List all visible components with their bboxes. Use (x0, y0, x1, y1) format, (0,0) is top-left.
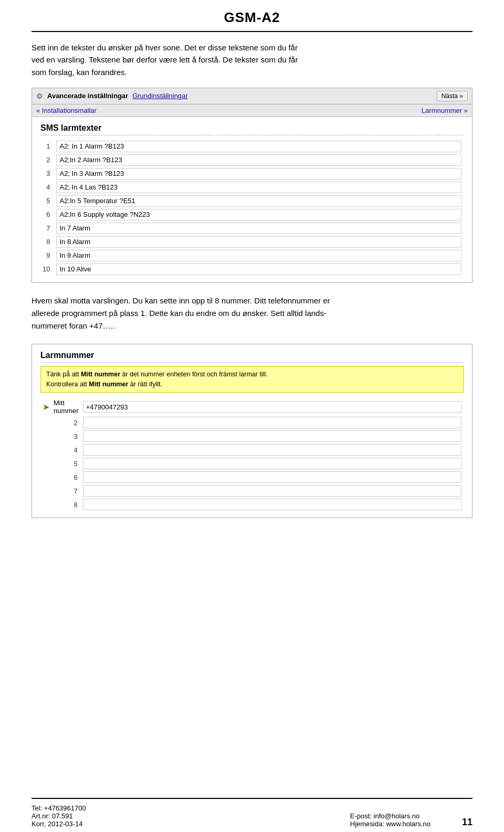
larm-table: ➤ Mitt nummer 2 (40, 398, 464, 511)
footer-right-text: E-post: info@holars.no Hjemesida: www.ho… (350, 812, 430, 828)
sms-row-num: 3 (40, 167, 54, 181)
footer-art: Art.nr: 07.591 (32, 812, 86, 820)
sms-row-num: 1 (40, 140, 54, 153)
sms-row: 7 (40, 222, 464, 235)
footer-hjemesida: Hjemesida: www.holars.no (350, 820, 430, 828)
sms-input-3[interactable] (56, 168, 461, 180)
larm-input-8[interactable] (83, 499, 461, 510)
sms-row-input-cell (54, 194, 464, 208)
larm-input-7[interactable] (83, 485, 461, 497)
sms-row-input-cell (54, 153, 464, 167)
browser-nav2: « Installationsmallar Larmnummer » (32, 104, 472, 117)
footer-tel: Tel: +4763961700 (32, 804, 86, 812)
sms-row-input-cell (54, 222, 464, 235)
warning-line2-pre: Kontrollera att (46, 381, 89, 388)
nav-link-grundinstallningar[interactable]: Grundinställningar (132, 92, 188, 100)
larm-input-3[interactable] (83, 430, 461, 442)
footer-cols: Tel: +4763961700 Art.nr: 07.591 Korr, 20… (32, 804, 472, 828)
footer-left: Tel: +4763961700 Art.nr: 07.591 Korr, 20… (32, 804, 86, 828)
larm-row-6: 6 (40, 470, 464, 484)
footer-right-inner: E-post: info@holars.no Hjemesida: www.ho… (350, 804, 472, 828)
warning-line2-post: är rätt ifyllt. (128, 381, 162, 388)
nav-next-button[interactable]: Nästa » (437, 91, 468, 101)
larm-row-2: 2 (40, 416, 464, 429)
mid-body-text: Hvem skal motta varslingen. Du kan sette… (32, 294, 472, 332)
sms-input-8[interactable] (56, 236, 461, 248)
sms-row-num: 10 (40, 262, 54, 276)
sms-row-num: 5 (40, 194, 54, 208)
warning-line2: Kontrollera att Mitt nummer är rätt ifyl… (46, 380, 458, 389)
nav-installationsmallar-link[interactable]: « Installationsmallar (36, 107, 97, 114)
sms-row-input-cell (54, 181, 464, 194)
intro-line3: som forslag, kan forandres. (32, 66, 472, 78)
larm-row-8: 8 (40, 498, 464, 511)
sms-section-title: SMS larmtexter (40, 123, 464, 135)
larmnummer-title: Larmnummer (40, 351, 464, 363)
sms-row-input-cell (54, 208, 464, 222)
mid-line1: Hvem skal motta varslingen. Du kan sette… (32, 294, 472, 307)
sms-row-input-cell (54, 262, 464, 276)
sms-row: 10 (40, 262, 464, 276)
sms-input-2[interactable] (56, 154, 461, 166)
sms-row-num: 9 (40, 249, 54, 262)
mitt-nummer-input[interactable] (83, 401, 461, 413)
gear-icon: ⚙ (36, 92, 43, 100)
browser-content: SMS larmtexter 1 2 3 4 5 (32, 117, 472, 282)
larm-input-6[interactable] (83, 471, 461, 483)
intro-line2: ved en varsling. Tekstene bør derfor vær… (32, 54, 472, 66)
page-header: GSM-A2 (32, 0, 472, 32)
sms-row: 8 (40, 235, 464, 249)
nav-bold-label: Avancerade inställningar (47, 92, 128, 100)
larm-row-7: 7 (40, 484, 464, 498)
arrow-icon: ➤ (43, 403, 49, 412)
sms-row-num: 4 (40, 181, 54, 194)
intro-text: Sett inn de tekster du ønsker på hver so… (32, 41, 472, 78)
sms-row: 3 (40, 167, 464, 181)
sms-table: 1 2 3 4 5 6 (40, 140, 464, 276)
larm-row-4: 4 (40, 443, 464, 457)
sms-row-num: 2 (40, 153, 54, 167)
sms-input-4[interactable] (56, 182, 461, 193)
footer-epost: E-post: info@holars.no (350, 812, 430, 820)
warning-bold1: Mitt nummer (81, 371, 120, 378)
page-footer: Tel: +4763961700 Art.nr: 07.591 Korr, 20… (32, 798, 472, 832)
warning-line1-post: är det nummer enheten först och främst l… (120, 371, 268, 378)
sms-input-10[interactable] (56, 264, 461, 275)
larm-row-5: 5 (40, 457, 464, 470)
sms-row-num: 6 (40, 208, 54, 222)
sms-row-input-cell (54, 167, 464, 181)
nav-larmnummer-link[interactable]: Larmnummer » (422, 107, 468, 114)
larmnummer-content: Larmnummer Tänk på att Mitt nummer är de… (32, 344, 472, 518)
mitt-nummer-row: ➤ Mitt nummer (40, 398, 464, 416)
sms-row: 6 (40, 208, 464, 222)
sms-input-9[interactable] (56, 250, 461, 261)
larm-input-4[interactable] (83, 444, 461, 456)
larmnummer-section: Larmnummer Tänk på att Mitt nummer är de… (32, 344, 472, 519)
sms-row: 5 (40, 194, 464, 208)
sms-row-input-cell (54, 140, 464, 153)
footer-korr: Korr, 2012-03-14 (32, 820, 86, 828)
browser-box: ⚙ Avancerade inställningar Grundinställn… (32, 88, 472, 283)
sms-input-1[interactable] (56, 141, 461, 152)
intro-line1: Sett inn de tekster du ønsker på hver so… (32, 41, 472, 54)
sms-input-6[interactable] (56, 209, 461, 220)
sms-input-5[interactable] (56, 195, 461, 207)
warning-line1-pre: Tänk på att (46, 371, 81, 378)
page-title: GSM-A2 (32, 9, 472, 26)
sms-row-num: 7 (40, 222, 54, 235)
sms-row: 9 (40, 249, 464, 262)
larm-input-5[interactable] (83, 458, 461, 469)
warning-bold2: Mitt nummer (89, 381, 128, 388)
warning-box: Tänk på att Mitt nummer är det nummer en… (40, 366, 464, 393)
larm-row-3: 3 (40, 429, 464, 443)
sms-input-7[interactable] (56, 223, 461, 234)
sms-row-input-cell (54, 249, 464, 262)
sms-row: 1 (40, 140, 464, 153)
page-number: 11 (462, 817, 472, 828)
larm-input-2[interactable] (83, 417, 461, 428)
sms-row: 4 (40, 181, 464, 194)
sms-row-num: 8 (40, 235, 54, 249)
warning-line1: Tänk på att Mitt nummer är det nummer en… (46, 370, 458, 380)
mid-line3: nummeret foran +47….. (32, 320, 472, 332)
sms-row: 2 (40, 153, 464, 167)
